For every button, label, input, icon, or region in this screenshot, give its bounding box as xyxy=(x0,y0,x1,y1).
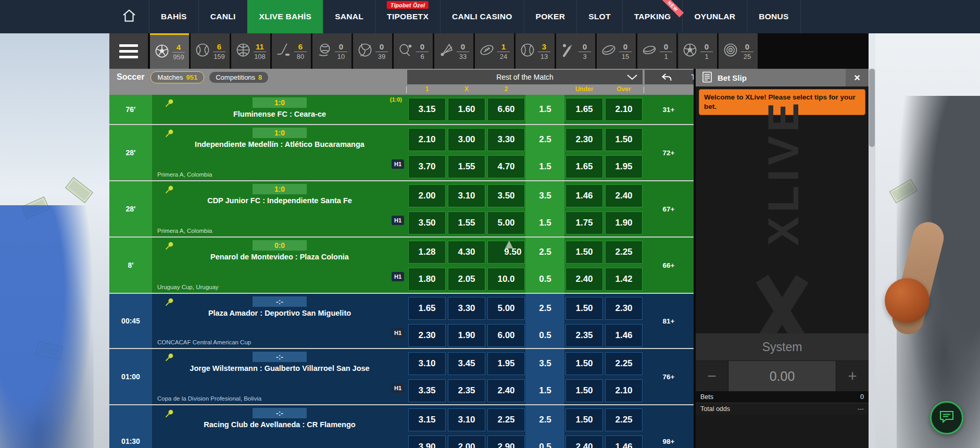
odds-2[interactable]: ▲9.50 xyxy=(487,241,525,264)
nav-item-canli[interactable]: CANLI xyxy=(198,0,247,33)
badminton-tab[interactable]: 033 xyxy=(434,33,473,69)
scrollbar-thumb[interactable] xyxy=(869,69,875,147)
odds-under[interactable]: 1.65 xyxy=(566,155,603,178)
odds-2[interactable]: 10.0 xyxy=(487,268,525,291)
odds-under[interactable]: 2.30 xyxy=(566,128,603,151)
nav-item-bahi-s[interactable]: BAHİS xyxy=(149,0,198,33)
odds-2[interactable]: 4.70 xyxy=(487,155,525,178)
odds-2[interactable]: 6.60 xyxy=(487,98,525,121)
odds-1[interactable]: 3.10 xyxy=(408,352,446,375)
odds-1[interactable]: 3.70 xyxy=(408,155,446,178)
odds-under[interactable]: 2.35 xyxy=(566,324,603,347)
ice-hockey-tab[interactable]: 680 xyxy=(272,33,311,69)
back-button[interactable] xyxy=(652,70,681,84)
odds-under[interactable]: 1.50 xyxy=(566,241,603,264)
odds-x[interactable]: 2.35 xyxy=(448,379,485,402)
odds-over[interactable]: 2.25 xyxy=(605,241,643,264)
handball-tab[interactable]: 010 xyxy=(312,33,351,69)
more-markets-count[interactable]: 81+ xyxy=(644,294,694,348)
pin-match-button[interactable] xyxy=(165,297,174,309)
matches-filter-button[interactable]: Matches 951 xyxy=(150,71,204,83)
pin-match-button[interactable] xyxy=(165,98,174,110)
nav-item-bonus[interactable]: BONUS xyxy=(747,0,800,33)
odds-over[interactable]: 2.40 xyxy=(605,184,643,207)
odds-over[interactable]: 1.90 xyxy=(605,211,643,234)
odds-1[interactable]: 1.28 xyxy=(408,241,446,264)
menu-button[interactable] xyxy=(109,33,148,69)
nav-item-tapking[interactable]: NEWTAPKING xyxy=(622,0,683,33)
pin-match-button[interactable] xyxy=(165,352,174,364)
odds-1[interactable]: 3.15 xyxy=(408,98,446,121)
more-markets-count[interactable]: 98+ xyxy=(644,405,694,448)
nav-item-oyunlar[interactable]: OYUNLAR xyxy=(682,0,747,33)
odds-1[interactable]: 1.65 xyxy=(408,297,446,320)
pin-match-button[interactable] xyxy=(165,128,174,140)
odds-over[interactable]: 2.25 xyxy=(605,352,643,375)
pin-match-button[interactable] xyxy=(165,408,174,420)
cricket-tab[interactable]: 03 xyxy=(556,33,595,69)
market-dropdown-rest-of-match[interactable]: Rest of the Match xyxy=(407,70,643,84)
live-chat-button[interactable] xyxy=(930,401,963,434)
odds-under[interactable]: 2.40 xyxy=(566,268,603,291)
odds-2[interactable]: 2.40 xyxy=(487,379,525,402)
more-markets-count[interactable]: 67+ xyxy=(644,181,694,237)
rugby-tab[interactable]: 015 xyxy=(597,33,636,69)
odds-under[interactable]: 1.46 xyxy=(566,184,603,207)
odds-under[interactable]: 1.50 xyxy=(566,297,603,320)
odds-x[interactable]: 1.90 xyxy=(448,324,485,347)
odds-over[interactable]: 1.46 xyxy=(605,435,643,448)
odds-under[interactable]: 1.50 xyxy=(566,408,603,431)
odds-x[interactable]: 4.30 xyxy=(448,241,485,264)
odds-1[interactable]: 2.10 xyxy=(408,128,446,151)
odds-2[interactable]: 5.00 xyxy=(487,297,525,320)
odds-x[interactable]: 1.60 xyxy=(448,98,485,121)
odds-x[interactable]: 1.55 xyxy=(448,155,485,178)
system-tab[interactable]: System xyxy=(696,333,869,360)
odds-2[interactable]: 2.90 xyxy=(487,435,525,448)
baseball-tab[interactable]: 313 xyxy=(516,33,555,69)
odds-2[interactable]: 3.50 xyxy=(487,184,525,207)
nav-item-canli-casino[interactable]: CANLI CASINO xyxy=(440,0,524,33)
odds-x[interactable]: 1.55 xyxy=(448,211,485,234)
pin-match-button[interactable] xyxy=(165,241,174,253)
odds-under[interactable]: 2.40 xyxy=(566,435,603,448)
odds-2[interactable]: 2.25 xyxy=(487,408,525,431)
stake-input[interactable]: 0.00 xyxy=(728,361,836,391)
more-markets-count[interactable]: 72+ xyxy=(644,125,694,180)
odds-under[interactable]: 1.50 xyxy=(566,352,603,375)
odds-1[interactable]: 3.90 xyxy=(408,435,446,448)
table-tennis-tab[interactable]: 06 xyxy=(394,33,433,69)
odds-x[interactable]: 3.30 xyxy=(448,297,485,320)
odds-x[interactable]: 2.00 xyxy=(448,435,485,448)
odds-1[interactable]: 3.35 xyxy=(408,379,446,402)
odds-over[interactable]: 2.30 xyxy=(605,297,643,320)
nav-item-xlive-bahi-s[interactable]: XLIVE BAHİS xyxy=(247,0,323,33)
stake-increase-button[interactable]: + xyxy=(836,361,869,391)
more-markets-count[interactable]: 31+ xyxy=(644,95,694,124)
odds-under[interactable]: 1.65 xyxy=(566,98,603,121)
odds-over[interactable]: 2.25 xyxy=(605,408,643,431)
darts-tab[interactable]: 025 xyxy=(719,33,758,69)
odds-x[interactable]: 2.05 xyxy=(448,268,485,291)
odds-1[interactable]: 1.80 xyxy=(408,268,446,291)
nav-item-poker[interactable]: POKER xyxy=(524,0,577,33)
odds-2[interactable]: 1.95 xyxy=(487,352,525,375)
more-markets-count[interactable]: 66+ xyxy=(644,238,694,293)
odds-over[interactable]: 1.42 xyxy=(605,268,643,291)
basketball-tab[interactable]: 11108 xyxy=(231,33,270,69)
nav-item-sanal[interactable]: SANAL xyxy=(323,0,375,33)
american-football-tab[interactable]: 124 xyxy=(475,33,514,69)
tennis-tab[interactable]: 6159 xyxy=(191,33,230,69)
pin-match-button[interactable] xyxy=(165,184,174,196)
odds-over[interactable]: 2.10 xyxy=(605,98,643,121)
scrollbar[interactable] xyxy=(869,69,875,448)
rugby-league-tab[interactable]: 01 xyxy=(637,33,676,69)
soccer-tab[interactable]: 4959 xyxy=(150,33,189,69)
more-markets-count[interactable]: 76+ xyxy=(644,349,694,404)
volleyball-tab[interactable]: 039 xyxy=(353,33,392,69)
odds-over[interactable]: 1.46 xyxy=(605,324,643,347)
odds-1[interactable]: 3.50 xyxy=(408,211,446,234)
close-button[interactable]: × xyxy=(846,69,869,86)
odds-over[interactable]: 1.50 xyxy=(605,128,643,151)
nav-item-tipobetx[interactable]: Tipobet ÖzelTIPOBETX xyxy=(375,0,440,33)
